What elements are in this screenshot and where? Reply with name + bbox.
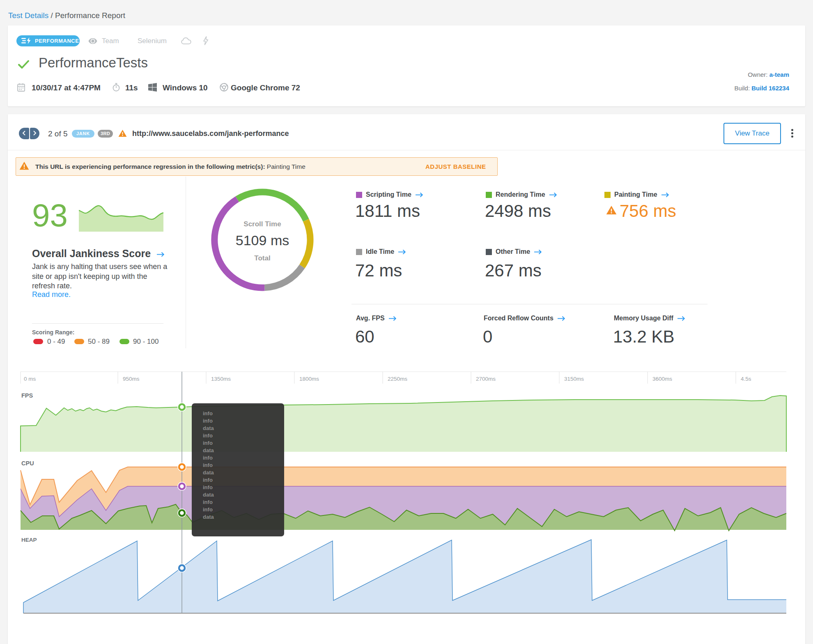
svg-text:info: info	[203, 484, 213, 490]
svg-text:1800ms: 1800ms	[299, 376, 319, 382]
svg-text:2250ms: 2250ms	[388, 376, 407, 382]
svg-text:3150ms: 3150ms	[564, 376, 584, 382]
svg-text:info: info	[203, 432, 213, 439]
svg-text:info: info	[203, 506, 213, 513]
svg-text:1350ms: 1350ms	[211, 376, 231, 382]
svg-text:data: data	[203, 492, 214, 498]
svg-text:HEAP: HEAP	[21, 537, 37, 543]
svg-text:0 ms: 0 ms	[24, 376, 36, 382]
svg-text:data: data	[203, 425, 214, 431]
svg-text:info: info	[203, 418, 213, 424]
svg-text:info: info	[203, 440, 213, 446]
svg-text:info: info	[203, 410, 213, 416]
svg-text:950ms: 950ms	[123, 376, 140, 382]
svg-text:FPS: FPS	[21, 392, 33, 399]
svg-text:info: info	[203, 462, 213, 468]
svg-text:info: info	[203, 455, 213, 461]
svg-text:2700ms: 2700ms	[476, 376, 496, 382]
svg-text:data: data	[203, 469, 214, 476]
svg-text:data: data	[203, 447, 214, 453]
svg-text:data: data	[203, 514, 214, 520]
svg-text:CPU: CPU	[21, 460, 34, 467]
svg-text:4.5s: 4.5s	[741, 376, 751, 382]
svg-text:3600ms: 3600ms	[652, 376, 672, 382]
svg-text:info: info	[203, 477, 213, 483]
svg-text:info: info	[203, 499, 213, 505]
